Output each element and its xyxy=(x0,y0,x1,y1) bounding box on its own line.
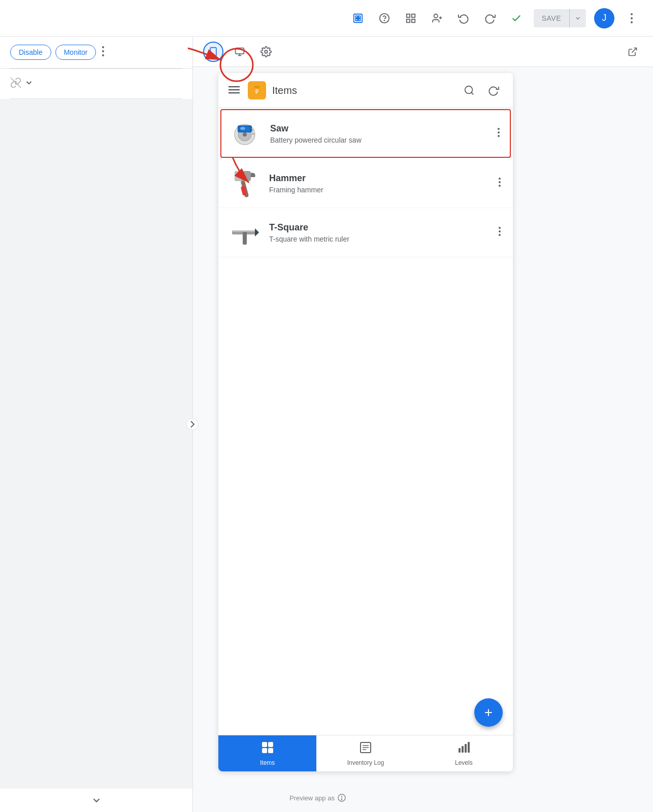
svg-rect-3 xyxy=(355,18,357,20)
preview-app-text: Preview app as xyxy=(289,794,346,802)
nav-tab-levels[interactable]: Levels xyxy=(415,735,513,771)
tsquare-item-row[interactable]: T-Square T-square with metric ruler xyxy=(218,208,513,257)
svg-rect-9 xyxy=(406,19,409,22)
saw-item-more[interactable] xyxy=(496,126,502,142)
fab-add-button[interactable]: + xyxy=(474,698,503,727)
tsquare-item-name: T-Square xyxy=(269,222,497,233)
check-icon xyxy=(507,9,526,27)
tsquare-item-desc: T-square with metric ruler xyxy=(269,235,497,243)
hammer-item-icon xyxy=(228,167,261,199)
items-nav-label: Items xyxy=(260,759,275,766)
levels-nav-label: Levels xyxy=(455,759,473,766)
main-canvas: Items xyxy=(193,37,653,812)
svg-rect-61 xyxy=(268,742,273,747)
svg-rect-8 xyxy=(412,14,415,17)
monitor-button[interactable]: Monitor xyxy=(55,45,96,60)
panel-expand-arrow[interactable] xyxy=(186,418,199,430)
svg-point-45 xyxy=(498,131,500,133)
desktop-preview-btn[interactable] xyxy=(230,42,250,62)
saw-item-name: Saw xyxy=(270,123,496,134)
app-title: Items xyxy=(272,85,454,96)
hammer-item-row[interactable]: Hammer Framing hammer xyxy=(218,159,513,208)
link-dropdown-arrow xyxy=(24,78,34,89)
svg-point-59 xyxy=(499,234,501,236)
svg-rect-63 xyxy=(268,748,273,753)
svg-point-51 xyxy=(499,178,501,180)
app-bottom-nav: Items Inventory Log xyxy=(218,735,513,771)
svg-point-18 xyxy=(102,50,104,52)
save-dropdown-arrow[interactable] xyxy=(570,9,586,27)
svg-line-27 xyxy=(632,48,636,52)
svg-rect-23 xyxy=(236,48,244,54)
settings-preview-btn[interactable] xyxy=(256,42,276,62)
user-avatar[interactable]: J xyxy=(594,8,614,28)
preview-toolbar xyxy=(193,37,653,67)
disable-button[interactable]: Disable xyxy=(10,45,51,60)
link-icon xyxy=(10,77,21,90)
svg-rect-1 xyxy=(355,16,357,18)
phone-preview-btn[interactable] xyxy=(203,42,223,62)
svg-point-16 xyxy=(631,21,633,23)
app-search-btn[interactable] xyxy=(460,81,478,99)
hammer-item-name: Hammer xyxy=(269,173,497,184)
tsquare-item-icon xyxy=(228,216,261,249)
grid-icon-btn[interactable] xyxy=(402,9,420,27)
external-link-btn[interactable] xyxy=(623,42,643,62)
svg-point-44 xyxy=(498,128,500,130)
svg-rect-4 xyxy=(358,18,361,20)
svg-point-43 xyxy=(240,127,245,130)
saw-item-row[interactable]: Saw Battery powered circular saw xyxy=(220,109,511,158)
app-refresh-btn[interactable] xyxy=(484,81,503,99)
nav-tab-items[interactable]: Items xyxy=(218,735,316,771)
levels-nav-icon xyxy=(457,741,470,757)
svg-point-15 xyxy=(631,17,633,19)
saw-item-icon xyxy=(230,117,262,150)
tsquare-item-info: T-Square T-square with metric ruler xyxy=(269,222,497,243)
svg-rect-60 xyxy=(262,742,267,747)
preview-label-text: Preview app as xyxy=(289,794,335,802)
svg-point-36 xyxy=(465,86,473,94)
hammer-item-more[interactable] xyxy=(497,176,503,191)
svg-point-53 xyxy=(499,185,501,187)
svg-rect-49 xyxy=(235,171,242,181)
svg-rect-56 xyxy=(232,230,257,232)
redo-icon-btn[interactable] xyxy=(481,9,499,27)
nav-tab-inventory-log[interactable]: Inventory Log xyxy=(316,735,414,771)
svg-rect-69 xyxy=(462,746,464,753)
svg-rect-70 xyxy=(465,744,467,753)
eye-icon-btn[interactable] xyxy=(349,9,367,27)
top-toolbar: SAVE J xyxy=(0,0,653,37)
left-panel-more-icon[interactable] xyxy=(102,46,104,59)
hammer-item-desc: Framing hammer xyxy=(269,186,497,194)
save-button[interactable]: SAVE xyxy=(534,10,569,26)
inventory-log-nav-label: Inventory Log xyxy=(347,759,384,766)
items-nav-icon xyxy=(261,741,274,757)
svg-point-58 xyxy=(499,230,501,232)
svg-point-52 xyxy=(499,181,501,183)
svg-point-14 xyxy=(631,13,633,15)
tsquare-item-more[interactable] xyxy=(497,225,503,241)
svg-point-46 xyxy=(498,135,500,137)
left-panel: Disable Monitor xyxy=(0,37,193,812)
left-panel-header: Disable Monitor xyxy=(0,37,192,69)
svg-rect-7 xyxy=(406,14,409,17)
app-preview: Items xyxy=(218,73,513,771)
app-header: Items xyxy=(218,73,513,108)
link-dropdown[interactable] xyxy=(0,69,192,98)
help-icon-btn[interactable] xyxy=(375,9,394,27)
add-person-icon-btn[interactable] xyxy=(428,9,446,27)
hamburger-menu-icon[interactable] xyxy=(228,84,240,97)
app-icon xyxy=(248,81,266,99)
svg-point-19 xyxy=(102,54,104,56)
canvas-empty-area xyxy=(0,99,192,789)
svg-rect-2 xyxy=(358,16,361,18)
hammer-item-info: Hammer Framing hammer xyxy=(269,173,497,194)
svg-rect-31 xyxy=(252,87,262,94)
svg-point-17 xyxy=(102,46,104,48)
svg-point-40 xyxy=(243,132,247,137)
undo-icon-btn[interactable] xyxy=(454,9,473,27)
bottom-chevron[interactable] xyxy=(0,789,192,812)
svg-point-57 xyxy=(499,227,501,229)
inventory-log-nav-icon xyxy=(359,741,372,757)
more-options-icon[interactable] xyxy=(623,9,641,27)
